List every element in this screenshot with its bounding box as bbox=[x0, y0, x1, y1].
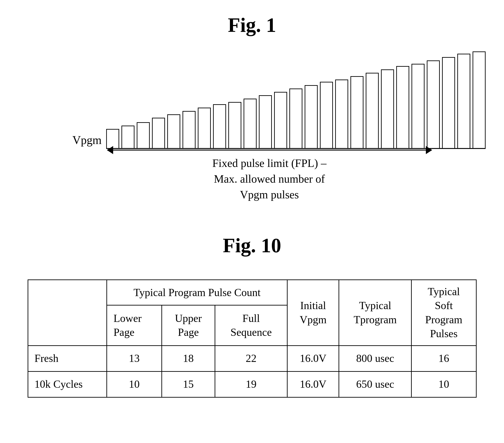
arrow-left-head bbox=[107, 146, 113, 154]
arrow-line bbox=[107, 149, 432, 151]
empty-header bbox=[28, 280, 107, 346]
pulse-count-header: Typical Program Pulse Count bbox=[107, 280, 287, 305]
bar-13 bbox=[305, 85, 318, 148]
bar-9 bbox=[244, 99, 257, 148]
table-cell: 800 usec bbox=[339, 346, 412, 371]
bar-3 bbox=[152, 118, 165, 148]
arrow-row bbox=[107, 149, 432, 151]
table-cell: 650 usec bbox=[339, 371, 412, 397]
bar-4 bbox=[167, 114, 180, 148]
bar-8 bbox=[228, 102, 241, 148]
table-cell: 22 bbox=[215, 346, 287, 371]
bar-5 bbox=[182, 111, 196, 148]
table-cell: 10k Cycles bbox=[28, 371, 107, 397]
bar-20 bbox=[412, 64, 425, 148]
bar-1 bbox=[122, 126, 134, 148]
fpl-label: Fixed pulse limit (FPL) – Max. allowed n… bbox=[107, 155, 432, 202]
bar-10 bbox=[259, 95, 272, 148]
table-cell: 16.0V bbox=[287, 371, 339, 397]
bar-15 bbox=[335, 79, 348, 148]
table-cell: 10 bbox=[412, 371, 476, 397]
initial-vpgm-header: Initial Vpgm bbox=[287, 280, 339, 346]
bars-area bbox=[106, 50, 486, 149]
typical-soft-header: Typical Soft Program Pulses bbox=[412, 280, 476, 346]
bar-19 bbox=[396, 66, 409, 148]
table-cell: 13 bbox=[107, 346, 162, 371]
bar-24 bbox=[473, 51, 486, 148]
bar-11 bbox=[274, 92, 287, 148]
table-cell: 16.0V bbox=[287, 346, 339, 371]
chart-area: Vpgm bbox=[72, 50, 432, 149]
bar-18 bbox=[381, 69, 394, 148]
fig1-title: Fig. 1 bbox=[228, 14, 276, 37]
bar-0 bbox=[106, 129, 119, 148]
table-cell: 19 bbox=[215, 371, 287, 397]
fig10-section: Fig. 10 Typical Program Pulse Count Init… bbox=[18, 234, 486, 393]
arrow-right-head bbox=[426, 146, 432, 154]
table-row: 10k Cycles10151916.0V650 usec10 bbox=[28, 371, 476, 397]
table-cell: 16 bbox=[412, 346, 476, 371]
table-cell: Fresh bbox=[28, 346, 107, 371]
lower-page-header: Lower Page bbox=[107, 305, 162, 346]
fig10-title: Fig. 10 bbox=[223, 234, 281, 257]
bar-12 bbox=[289, 89, 302, 148]
bar-2 bbox=[137, 122, 150, 148]
table-row: Fresh13182216.0V800 usec16 bbox=[28, 346, 476, 371]
bar-22 bbox=[442, 57, 455, 148]
fig1-section: Fig. 1 Vpgm bbox=[18, 14, 486, 202]
bar-16 bbox=[350, 76, 363, 148]
table-cell: 10 bbox=[107, 371, 162, 397]
typical-tprogram-header: Typical Tprogram bbox=[339, 280, 412, 346]
page: Fig. 1 Vpgm bbox=[0, 0, 504, 443]
bar-14 bbox=[320, 82, 333, 148]
table-header-row-1: Typical Program Pulse Count Initial Vpgm… bbox=[28, 280, 476, 305]
table-body: Fresh13182216.0V800 usec1610k Cycles1015… bbox=[28, 346, 476, 397]
bar-23 bbox=[457, 54, 470, 148]
vpgm-label: Vpgm bbox=[72, 134, 102, 147]
upper-page-header: Upper Page bbox=[162, 305, 215, 346]
bar-17 bbox=[366, 73, 379, 148]
table-cell: 18 bbox=[162, 346, 215, 371]
bar-7 bbox=[213, 104, 226, 148]
full-sequence-header: Full Sequence bbox=[215, 305, 287, 346]
chart-container: Vpgm bbox=[72, 50, 432, 202]
bars-row bbox=[106, 50, 486, 149]
bar-6 bbox=[198, 108, 211, 148]
table-cell: 15 bbox=[162, 371, 215, 397]
data-table: Typical Program Pulse Count Initial Vpgm… bbox=[28, 279, 477, 393]
bar-21 bbox=[427, 60, 440, 148]
